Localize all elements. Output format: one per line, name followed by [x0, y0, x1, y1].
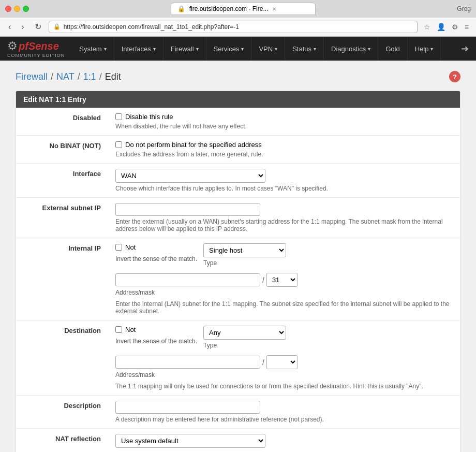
nat-reflection-label: NAT reflection	[16, 429, 109, 453]
disabled-checkbox-label: Disable this rule	[125, 113, 173, 121]
internal-not-checkbox-row: Not	[115, 243, 197, 251]
internal-addr-row: 192.168.5.20 / 31 32 30 24	[115, 273, 298, 287]
external-subnet-ip-help: Enter the external (usually on a WAN) su…	[115, 218, 454, 232]
fullscreen-button[interactable]	[23, 6, 29, 12]
internal-mask-label: Address/mask	[115, 289, 298, 296]
extensions-icon[interactable]: ⚙	[450, 22, 460, 32]
person-icon[interactable]: 👤	[435, 22, 448, 32]
interface-label: Interface	[16, 164, 109, 198]
breadcrumb-nat[interactable]: NAT	[56, 71, 75, 82]
menu-item-help[interactable]: Help ▾	[408, 37, 441, 61]
pfsense-menu: System ▾ Interfaces ▾ Firewall ▾ Service…	[72, 37, 454, 61]
menu-item-gold[interactable]: Gold	[378, 37, 407, 61]
pfsense-navbar: ⚙ pfSense COMMUNITY EDITION System ▾ Int…	[0, 37, 476, 61]
description-input[interactable]: Asterisk Server NAT	[115, 401, 260, 414]
internal-ip-control: Not Invert the sense of the match. Singl…	[109, 238, 460, 320]
no-binat-label: No BINAT (NOT)	[16, 136, 109, 164]
menu-label-vpn: VPN	[259, 45, 273, 53]
breadcrumb: Firewall / NAT / 1:1 / Edit ?	[16, 71, 460, 82]
menu-item-status[interactable]: Status ▾	[285, 37, 324, 61]
description-help: A description may be entered here for ad…	[115, 416, 454, 423]
destination-addr-row: / 32 24	[115, 355, 298, 369]
internal-type-section: Single host Network Any Type	[203, 243, 286, 267]
no-binat-checkbox[interactable]	[115, 141, 122, 148]
menu-item-vpn[interactable]: VPN ▾	[251, 37, 285, 61]
reload-button[interactable]: ↻	[32, 21, 44, 33]
tab-label: fire.outsideopen.com - Fire...	[189, 5, 269, 12]
destination-mask-label: Address/mask	[115, 371, 298, 378]
breadcrumb-firewall[interactable]: Firewall	[16, 71, 48, 82]
caret-icon-firewall: ▾	[196, 46, 199, 52]
content-area: Firewall / NAT / 1:1 / Edit ? Edit NAT 1…	[0, 61, 476, 452]
caret-icon-help: ▾	[430, 46, 433, 52]
nat-reflection-control: Use system default Enable Disable	[109, 429, 460, 453]
breadcrumb-sep-3: /	[99, 71, 102, 82]
nav-icons: ☆ 👤 ⚙ ≡	[422, 22, 471, 32]
destination-fields: Not Invert the sense of the match. Any S…	[115, 326, 454, 378]
breadcrumb-1to1[interactable]: 1:1	[83, 71, 96, 82]
no-binat-row: No BINAT (NOT) Do not perform binat for …	[16, 136, 460, 164]
internal-type-label: Type	[203, 259, 286, 267]
help-button[interactable]: ?	[449, 71, 460, 82]
no-binat-control: Do not perform binat for the specified a…	[109, 136, 460, 164]
external-subnet-ip-label: External subnet IP	[16, 198, 109, 238]
bookmark-icon[interactable]: ☆	[422, 22, 433, 32]
interface-row: Interface WAN LAN Choose which interface…	[16, 164, 460, 198]
menu-item-services[interactable]: Services ▾	[206, 37, 252, 61]
menu-label-system: System	[79, 45, 101, 53]
destination-not-section: Not Invert the sense of the match.	[115, 326, 197, 345]
disabled-control: Disable this rule When disabled, the rul…	[109, 108, 460, 136]
pfsense-right-icon[interactable]: ➜	[461, 43, 469, 54]
destination-slash: /	[262, 358, 264, 367]
breadcrumb-sep-1: /	[51, 71, 53, 82]
internal-addr-section: 192.168.5.20 / 31 32 30 24 Address/mask	[115, 273, 298, 296]
back-button[interactable]: ‹	[5, 21, 14, 33]
tab-close-icon[interactable]: ✕	[272, 6, 276, 12]
internal-ip-row: Internal IP Not Invert the sense of the …	[16, 238, 460, 320]
disabled-checkbox[interactable]	[115, 113, 122, 120]
menu-item-interfaces[interactable]: Interfaces ▾	[114, 37, 163, 61]
caret-icon-system: ▾	[104, 46, 107, 52]
menu-icon[interactable]: ≡	[463, 22, 471, 32]
interface-select[interactable]: WAN LAN	[115, 169, 265, 183]
destination-addr-input[interactable]	[115, 356, 260, 369]
menu-label-help: Help	[415, 45, 429, 53]
menu-item-system[interactable]: System ▾	[72, 37, 114, 61]
destination-row: Destination Not Invert the sense of the …	[16, 320, 460, 396]
internal-mask-select[interactable]: 31 32 30 24	[266, 273, 298, 287]
caret-icon-vpn: ▾	[275, 46, 277, 52]
destination-type-select[interactable]: Any Single host Network	[203, 326, 286, 340]
nat-reflection-select[interactable]: Use system default Enable Disable	[115, 434, 265, 448]
internal-type-select[interactable]: Single host Network Any	[203, 243, 286, 257]
destination-invert-label: Invert the sense of the match.	[115, 338, 197, 345]
panel-header: Edit NAT 1:1 Entry	[16, 91, 460, 108]
traffic-lights	[5, 6, 29, 12]
destination-addr-section: / 32 24 Address/mask	[115, 355, 298, 378]
destination-type-label: Type	[203, 342, 286, 349]
internal-ip-label: Internal IP	[16, 238, 109, 320]
internal-not-checkbox[interactable]	[115, 244, 122, 251]
minimize-button[interactable]	[14, 6, 20, 12]
menu-item-diagnostics[interactable]: Diagnostics ▾	[324, 37, 378, 61]
destination-not-checkbox[interactable]	[115, 326, 122, 333]
close-button[interactable]	[5, 6, 11, 12]
disabled-checkbox-row: Disable this rule	[115, 113, 454, 121]
pfsense-right-area: ➜	[454, 43, 476, 54]
menu-label-interfaces: Interfaces	[122, 45, 151, 53]
interface-control: WAN LAN Choose which interface this rule…	[109, 164, 460, 198]
internal-not-label: Not	[125, 243, 136, 251]
destination-type-section: Any Single host Network Type	[203, 326, 286, 349]
address-bar[interactable]: 🔒 https://fire.outsideopen.com/firewall_…	[49, 21, 418, 33]
internal-slash: /	[262, 276, 264, 284]
pfsense-logo: ⚙ pfSense COMMUNITY EDITION	[0, 39, 72, 58]
destination-mask-select[interactable]: 32 24	[266, 355, 298, 369]
menu-item-firewall[interactable]: Firewall ▾	[163, 37, 206, 61]
url-text: https://fire.outsideopen.com/firewall_na…	[64, 23, 413, 31]
forward-button[interactable]: ›	[18, 21, 27, 33]
external-subnet-ip-input[interactable]: 184.189.232.20	[115, 203, 260, 216]
internal-addr-input[interactable]: 192.168.5.20	[115, 273, 260, 286]
browser-titlebar: 🔒 fire.outsideopen.com - Fire... ✕ Greg	[0, 0, 476, 18]
destination-help: The 1:1 mapping will only be used for co…	[115, 383, 454, 390]
internal-ip-not-section: Not Invert the sense of the match.	[115, 243, 197, 263]
menu-label-services: Services	[214, 45, 240, 53]
